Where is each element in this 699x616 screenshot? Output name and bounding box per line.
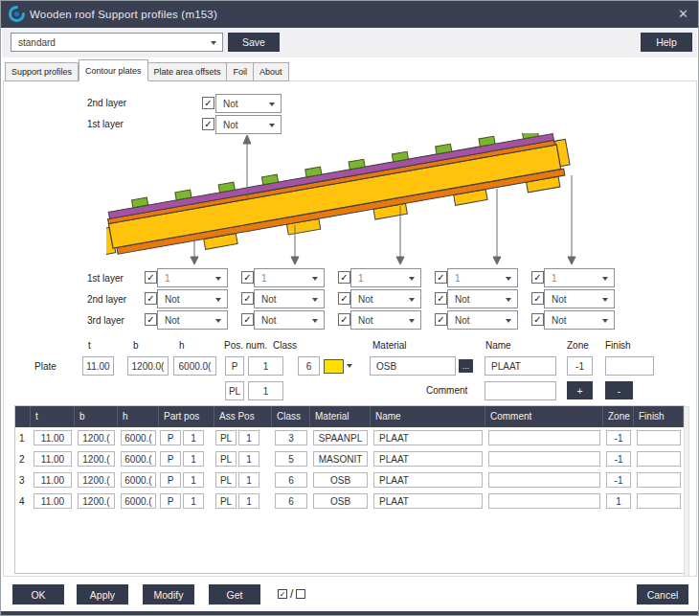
header-b: b bbox=[75, 406, 118, 427]
layer-select[interactable]: 1 bbox=[254, 268, 325, 287]
comment-field[interactable] bbox=[485, 381, 556, 400]
h-label: h bbox=[179, 340, 185, 351]
tab-plate-area-offsets[interactable]: Plate area offsets bbox=[148, 62, 228, 81]
tab-contour-plates[interactable]: Contour plates bbox=[79, 59, 148, 81]
top-layer1-select[interactable]: Not bbox=[215, 115, 282, 134]
add-row-button[interactable]: + bbox=[567, 381, 593, 399]
layer-checkbox[interactable]: ✓ bbox=[241, 313, 254, 326]
table-row[interactable]: 1 11.00 1200.( 6000.( P1 PL1 3 SPAANPL P… bbox=[15, 427, 684, 448]
help-button[interactable]: Help bbox=[641, 33, 692, 52]
name-label: Name bbox=[485, 340, 511, 351]
part-prefix-field[interactable]: P bbox=[225, 356, 244, 376]
tab-about[interactable]: About bbox=[254, 62, 289, 81]
table-row[interactable]: 2 11.00 1200.( 6000.( P1 PL1 5 MASONIT P… bbox=[15, 448, 684, 469]
plate-row-label: Plate bbox=[34, 361, 56, 372]
layer-checkbox[interactable]: ✓ bbox=[435, 271, 447, 284]
layer-checkbox[interactable]: ✓ bbox=[241, 271, 254, 284]
class-field[interactable]: 6 bbox=[298, 356, 320, 376]
chevron-down-icon bbox=[602, 277, 608, 281]
material-field[interactable]: OSB bbox=[370, 356, 456, 376]
app-icon bbox=[9, 6, 25, 22]
layer-select[interactable]: Not bbox=[254, 310, 325, 330]
preset-select[interactable]: standard bbox=[11, 33, 223, 52]
layer-checkbox[interactable]: ✓ bbox=[531, 292, 544, 305]
ass-prefix-field[interactable]: PL bbox=[225, 381, 244, 400]
layer-checkbox[interactable]: ✓ bbox=[338, 271, 350, 284]
layer-checkbox[interactable]: ✓ bbox=[435, 313, 447, 326]
layer-checkbox[interactable]: ✓ bbox=[241, 292, 254, 305]
header-h: h bbox=[118, 406, 159, 427]
layer-checkbox[interactable]: ✓ bbox=[338, 313, 350, 326]
layer-checkbox[interactable]: ✓ bbox=[338, 292, 350, 305]
layer-select[interactable]: Not bbox=[544, 310, 615, 330]
zone-field[interactable]: -1 bbox=[567, 356, 593, 376]
header-class: Class bbox=[272, 406, 310, 427]
layer-checkbox[interactable]: ✓ bbox=[145, 313, 157, 326]
ass-number-field[interactable]: 1 bbox=[248, 381, 283, 400]
top-layer2-checkbox[interactable]: ✓ bbox=[202, 97, 214, 109]
class-label: Class bbox=[273, 340, 297, 351]
t-field[interactable]: 11.00 bbox=[82, 356, 114, 376]
layer-select[interactable]: Not bbox=[350, 310, 421, 330]
layer-checkbox[interactable]: ✓ bbox=[531, 313, 544, 326]
roof-assembly-diagram bbox=[106, 133, 604, 267]
chevron-down-icon bbox=[215, 277, 221, 281]
apply-button[interactable]: Apply bbox=[77, 584, 128, 605]
layer-checkbox[interactable]: ✓ bbox=[145, 271, 157, 284]
window-title: Wooden roof Support profiles (m153) bbox=[30, 9, 217, 20]
layer-select[interactable]: Not bbox=[350, 289, 421, 308]
header-t: t bbox=[31, 406, 75, 427]
material-browse-button[interactable]: ... bbox=[459, 359, 473, 373]
tab-foil[interactable]: Foil bbox=[227, 62, 254, 81]
chevron-down-icon bbox=[506, 298, 511, 302]
get-button[interactable]: Get bbox=[209, 584, 260, 605]
t-label: t bbox=[88, 340, 91, 351]
comment-label: Comment bbox=[426, 385, 467, 396]
layer-select[interactable]: Not bbox=[447, 310, 518, 330]
cancel-button[interactable]: Cancel bbox=[637, 584, 688, 605]
unchecked-box-icon bbox=[296, 589, 305, 599]
toggle-all-fields[interactable]: ✓ / bbox=[278, 587, 305, 601]
layer-select[interactable]: 1 bbox=[350, 268, 421, 287]
layer-checkbox[interactable]: ✓ bbox=[435, 292, 447, 305]
tab-support-profiles[interactable]: Support profiles bbox=[5, 62, 79, 81]
b-label: b bbox=[133, 340, 139, 351]
h-field[interactable]: 6000.0( bbox=[173, 356, 216, 376]
save-button[interactable]: Save bbox=[228, 33, 280, 52]
header-ass-pos: Ass Pos bbox=[214, 406, 272, 427]
layer-select[interactable]: 1 bbox=[157, 268, 228, 287]
layer-select[interactable]: 1 bbox=[544, 268, 615, 287]
chevron-down-icon bbox=[602, 319, 608, 323]
finish-field[interactable] bbox=[605, 356, 654, 376]
layer-row2-label: 2nd layer bbox=[87, 294, 126, 305]
table-scrollbar[interactable] bbox=[684, 406, 689, 577]
slash-glyph: / bbox=[290, 587, 293, 601]
modify-button[interactable]: Modify bbox=[143, 584, 194, 605]
part-number-field[interactable]: 1 bbox=[248, 356, 283, 376]
layer-select[interactable]: Not bbox=[544, 289, 615, 308]
chevron-down-icon bbox=[312, 319, 318, 323]
layer-checkbox[interactable]: ✓ bbox=[531, 271, 544, 284]
layer-select[interactable]: Not bbox=[157, 289, 228, 308]
chevron-down-icon[interactable] bbox=[347, 364, 352, 368]
chevron-down-icon bbox=[409, 277, 415, 281]
layer-select[interactable]: Not bbox=[157, 310, 228, 330]
layer-checkbox[interactable]: ✓ bbox=[145, 292, 157, 305]
name-field[interactable]: PLAAT bbox=[485, 356, 556, 376]
header-material: Material bbox=[310, 406, 371, 427]
table-row[interactable]: 4 11.00 1200.( 6000.( P1 PL1 6 OSB PLAAT… bbox=[15, 491, 684, 512]
top-layer1-checkbox[interactable]: ✓ bbox=[202, 118, 214, 130]
layer-select[interactable]: Not bbox=[254, 289, 325, 308]
chevron-down-icon bbox=[312, 277, 318, 281]
remove-row-button[interactable]: - bbox=[605, 381, 633, 399]
ok-button[interactable]: OK bbox=[12, 584, 64, 605]
toolbar: standard Save Help bbox=[2, 28, 697, 57]
layer-select[interactable]: 1 bbox=[447, 268, 518, 287]
class-color-swatch[interactable] bbox=[324, 359, 344, 374]
table-header: t b h Part pos Ass Pos Class Material Na… bbox=[15, 406, 684, 427]
table-row[interactable]: 3 11.00 1200.( 6000.( P1 PL1 6 OSB PLAAT… bbox=[15, 469, 684, 491]
layer-select[interactable]: Not bbox=[447, 289, 518, 308]
b-field[interactable]: 1200.0( bbox=[127, 356, 169, 376]
top-layer2-select[interactable]: Not bbox=[215, 94, 282, 113]
close-icon[interactable]: ✕ bbox=[678, 7, 688, 21]
